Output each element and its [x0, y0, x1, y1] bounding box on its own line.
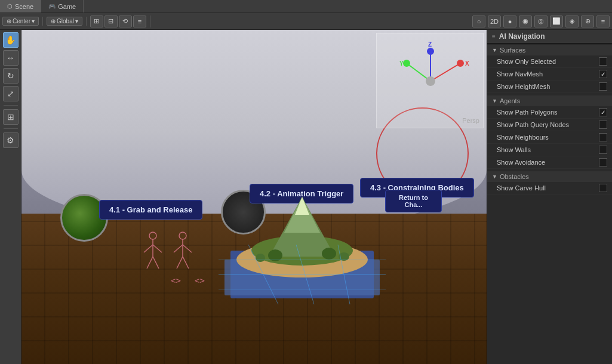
global-dropdown-icon: ▾ [75, 18, 78, 24]
surfaces-section-header[interactable]: ▼ Surfaces [487, 45, 612, 55]
show-walls-check[interactable] [599, 146, 607, 154]
game-icon: 🎮 [48, 3, 56, 10]
global-button[interactable]: ⊕ Global ▾ [47, 17, 82, 26]
show-path-query-nodes-label: Show Path Query Nodes [497, 121, 599, 128]
tab-scene[interactable]: ⬡ Scene [0, 0, 41, 13]
top-tab-bar: ⬡ Scene 🎮 Game [0, 0, 612, 13]
show-walls-item[interactable]: Show Walls [487, 144, 612, 156]
show-navmesh-item[interactable]: Show NavMesh [487, 68, 612, 81]
svg-line-25 [147, 257, 153, 269]
scene-vis-icon-btn[interactable]: ⬜ [550, 16, 563, 27]
svg-marker-16 [295, 197, 309, 215]
scene-viewport[interactable]: X Y Z Persp 4.1 - Grab and Release 4.2 -… [21, 30, 487, 364]
camera-icon-btn[interactable]: ◈ [565, 16, 579, 27]
svg-line-0 [430, 63, 460, 81]
layers-icon-btn[interactable]: ○ [472, 16, 485, 27]
show-navmesh-label: Show NavMesh [497, 70, 599, 78]
custom-tool-btn[interactable]: ⚙ [3, 132, 19, 148]
svg-point-5 [427, 48, 434, 55]
rotate-tool-btn[interactable]: ↻ [3, 68, 19, 84]
2d-btn[interactable]: 2D [488, 16, 501, 27]
show-path-query-nodes-item[interactable]: Show Path Query Nodes [487, 119, 612, 131]
main-area: ✋ ↔ ↻ ⤢ ⊞ ⚙ [0, 30, 612, 364]
transform-center-group: ⊕ Center ▾ [2, 17, 43, 26]
hand-tool-btn[interactable]: ✋ [3, 32, 19, 48]
panel-menu-icon: ≡ [492, 33, 496, 40]
show-only-selected-label: Show Only Selected [497, 58, 599, 65]
show-navmesh-check[interactable] [599, 70, 607, 78]
grid-icon-btn[interactable]: ⊞ [90, 16, 103, 27]
panel-header: ≡ AI Navigation [487, 30, 612, 44]
svg-line-32 [183, 257, 189, 269]
tab-scene-label: Scene [15, 3, 33, 10]
transform-global-group: ⊕ Global ▾ [47, 17, 87, 26]
surfaces-arrow-icon: ▼ [492, 47, 497, 53]
tool-icons-group: ⊞ ⊟ ⟲ ≡ [90, 16, 150, 27]
show-avoidance-item[interactable]: Show Avoidance [487, 156, 612, 169]
svg-line-30 [183, 245, 192, 252]
gizmos-icon-btn[interactable]: ⊕ [581, 16, 594, 27]
move-tool-btn[interactable]: ↔ [3, 50, 19, 66]
tab-game[interactable]: 🎮 Game [41, 0, 84, 13]
show-heightmesh-check[interactable] [599, 82, 607, 91]
perspective-label[interactable]: Persp [462, 117, 479, 124]
show-carve-hull-item[interactable]: Show Carve Hull [487, 182, 612, 195]
center-button[interactable]: ⊕ Center ▾ [2, 17, 39, 26]
center-label: Center [13, 18, 30, 24]
surfaces-label: Surfaces [500, 47, 525, 54]
rotate-snap-icon-btn[interactable]: ⟲ [119, 16, 132, 27]
gizmo-svg: X Y Z [377, 33, 484, 129]
show-path-polygons-label: Show Path Polygons [497, 109, 599, 116]
panel-title: AI Navigation [499, 32, 545, 41]
fx-icon-btn[interactable]: ◎ [534, 16, 548, 27]
hamburger-icon-btn[interactable]: ≡ [596, 16, 610, 27]
show-neighbours-item[interactable]: Show Neighbours [487, 131, 612, 144]
settings-icon-btn[interactable]: ≡ [133, 16, 146, 27]
gizmo-background: X Y Z Persp [376, 33, 484, 128]
show-avoidance-check[interactable] [599, 158, 607, 166]
show-path-polygons-check[interactable] [599, 108, 607, 116]
show-heightmesh-label: Show HeightMesh [497, 83, 599, 90]
svg-point-4 [403, 60, 410, 67]
obstacles-label: Obstacles [500, 173, 529, 180]
obstacles-arrow-icon: ▼ [492, 174, 497, 180]
card-grab-release[interactable]: 4.1 - Grab and Release [99, 200, 202, 220]
show-path-query-nodes-check[interactable] [599, 121, 607, 129]
scale-tool-btn[interactable]: ⤢ [3, 86, 19, 101]
svg-line-31 [177, 257, 183, 269]
global-label: Global [57, 18, 74, 24]
show-heightmesh-item[interactable]: Show HeightMesh [487, 81, 612, 93]
center-icon: ⊕ [7, 18, 11, 24]
left-toolbar: ✋ ↔ ↻ ⤢ ⊞ ⚙ [0, 30, 21, 364]
toolbar-right-group: ○ 2D ● ◉ ◎ ⬜ ◈ ⊕ ≡ [472, 16, 610, 27]
show-avoidance-label: Show Avoidance [497, 159, 599, 166]
scene-toolbar: ⊕ Center ▾ ⊕ Global ▾ ⊞ ⊟ ⟲ ≡ ○ 2D ● ◉ ◎… [0, 13, 612, 30]
svg-line-24 [153, 245, 162, 252]
tool-separator [4, 105, 18, 106]
rect-tool-btn[interactable]: ⊞ [3, 109, 19, 125]
svg-text:<>: <> [195, 276, 205, 285]
audio-icon-btn[interactable]: ◉ [519, 16, 532, 27]
obstacles-section-header[interactable]: ▼ Obstacles [487, 171, 612, 182]
show-neighbours-check[interactable] [599, 133, 607, 141]
svg-point-3 [457, 60, 464, 67]
show-neighbours-label: Show Neighbours [497, 134, 599, 141]
svg-text:Y: Y [399, 60, 404, 67]
show-only-selected-check[interactable] [599, 57, 607, 66]
light-icon-btn[interactable]: ● [503, 16, 516, 27]
ai-navigation-panel: ≡ AI Navigation ▼ Surfaces Show Only Sel… [487, 30, 612, 364]
show-carve-hull-check[interactable] [599, 184, 607, 192]
show-path-polygons-item[interactable]: Show Path Polygons [487, 106, 612, 119]
snap-icon-btn[interactable]: ⊟ [104, 16, 118, 27]
svg-text:<>: <> [171, 276, 181, 285]
show-only-selected-item[interactable]: Show Only Selected [487, 55, 612, 68]
show-walls-label: Show Walls [497, 146, 599, 153]
agents-section: ▼ Agents Show Path Polygons Show Path Qu… [487, 94, 612, 170]
navmesh-overlay [219, 245, 386, 304]
return-card[interactable]: Return to Cha... [385, 190, 442, 212]
gizmo-area: X Y Z Persp [373, 30, 487, 131]
agents-label: Agents [500, 97, 520, 104]
center-dropdown-icon: ▾ [32, 18, 35, 24]
tool-separator-2 [4, 128, 18, 129]
agents-section-header[interactable]: ▼ Agents [487, 95, 612, 106]
